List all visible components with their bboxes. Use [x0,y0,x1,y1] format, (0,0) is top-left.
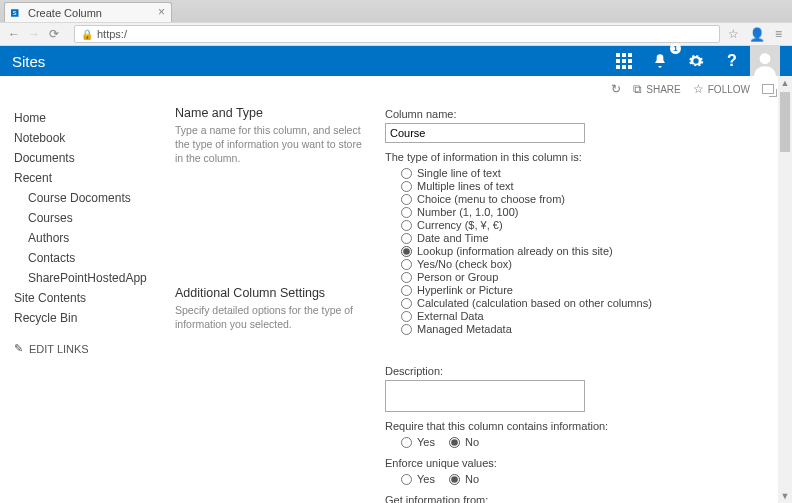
description-input[interactable] [385,380,585,412]
forward-button[interactable]: → [26,27,42,41]
column-type-option[interactable]: Person or Group [401,271,772,283]
scroll-thumb[interactable] [780,92,790,152]
nav-link[interactable]: Home [14,108,175,128]
gear-icon [688,53,704,69]
main-content: HomeNotebookDocuments Recent Course Doco… [0,102,792,503]
svg-point-2 [760,53,771,64]
column-type-option[interactable]: Number (1, 1.0, 100) [401,206,772,218]
avatar-icon [752,50,778,76]
edit-links-label: EDIT LINKS [29,343,89,355]
share-label: SHARE [646,84,680,95]
share-icon: ⧉ [633,82,642,96]
focus-content-button[interactable] [762,84,774,94]
nav-recent-link[interactable]: Authors [28,228,175,248]
scroll-up-arrow[interactable]: ▲ [778,76,792,90]
user-avatar[interactable] [750,46,780,76]
scroll-down-arrow[interactable]: ▼ [778,489,792,503]
page-actions-bar: ↻ ⧉SHARE ☆FOLLOW [0,76,792,102]
reload-button[interactable]: ⟳ [46,27,62,41]
section-descriptions-column: Name and Type Type a name for this colum… [175,106,385,503]
require-no[interactable]: No [449,436,479,448]
column-name-input[interactable] [385,123,585,143]
column-type-option[interactable]: Yes/No (check box) [401,258,772,270]
column-type-option[interactable]: External Data [401,310,772,322]
lock-icon: 🔒 [81,29,93,40]
column-type-option[interactable]: Multiple lines of text [401,180,772,192]
suite-title: Sites [12,53,45,70]
nav-recent-link[interactable]: Courses [28,208,175,228]
description-label: Description: [385,365,772,377]
share-button[interactable]: ⧉SHARE [633,82,680,96]
additional-settings-desc: Specify detailed options for the type of… [175,303,367,331]
help-button[interactable]: ? [714,46,750,76]
sync-icon[interactable]: ↻ [611,82,621,96]
user-icon[interactable]: 👤 [749,27,765,42]
follow-label: FOLLOW [708,84,750,95]
sharepoint-favicon: S [11,7,23,19]
column-type-option[interactable]: Single line of text [401,167,772,179]
menu-icon[interactable]: ≡ [775,27,782,41]
form-area: Name and Type Type a name for this colum… [175,102,792,503]
nav-recent-link[interactable]: Contacts [28,248,175,268]
svg-text:S: S [13,10,17,16]
help-icon: ? [727,52,737,70]
bell-icon [652,53,668,69]
bookmark-icon[interactable]: ☆ [728,27,739,41]
nav-link[interactable]: Notebook [14,128,175,148]
form-fields-column: Column name: The type of information in … [385,106,782,503]
nav-site-contents[interactable]: Site Contents [14,288,175,308]
settings-button[interactable] [678,46,714,76]
column-type-radio-group: Single line of textMultiple lines of tex… [401,167,772,335]
column-type-option[interactable]: Currency ($, ¥, €) [401,219,772,231]
column-type-label: The type of information in this column i… [385,151,772,163]
name-and-type-heading: Name and Type [175,106,367,120]
nav-recycle-bin[interactable]: Recycle Bin [14,308,175,328]
edit-links-button[interactable]: ✎ EDIT LINKS [14,342,175,355]
column-type-option[interactable]: Choice (menu to choose from) [401,193,772,205]
close-tab-icon[interactable]: × [158,5,165,19]
app-launcher-button[interactable] [606,46,642,76]
waffle-icon [616,53,632,69]
focus-icon [762,84,774,94]
require-label: Require that this column contains inform… [385,420,772,432]
column-name-label: Column name: [385,108,772,120]
require-yes[interactable]: Yes [401,436,435,448]
enforce-label: Enforce unique values: [385,457,772,469]
url-text: https:/ [97,28,127,40]
notifications-button[interactable]: 1 [642,46,678,76]
browser-tab[interactable]: S Create Column × [4,2,172,22]
url-field[interactable]: 🔒 https:/ [74,25,720,43]
name-and-type-desc: Type a name for this column, and select … [175,123,367,166]
nav-recent-link[interactable]: Course Docoments [28,188,175,208]
enforce-radio-group: Yes No [401,472,772,486]
column-type-option[interactable]: Date and Time [401,232,772,244]
left-nav: HomeNotebookDocuments Recent Course Doco… [0,102,175,503]
get-info-label: Get information from: [385,494,772,503]
pencil-icon: ✎ [14,342,23,355]
column-type-option[interactable]: Lookup (information already on this site… [401,245,772,257]
nav-recent-heading: Recent [14,168,175,188]
column-type-option[interactable]: Managed Metadata [401,323,772,335]
back-button[interactable]: ← [6,27,22,41]
column-type-option[interactable]: Calculated (calculation based on other c… [401,297,772,309]
nav-link[interactable]: Documents [14,148,175,168]
enforce-yes[interactable]: Yes [401,473,435,485]
suite-bar: Sites 1 ? [0,46,792,76]
require-radio-group: Yes No [401,435,772,449]
follow-button[interactable]: ☆FOLLOW [693,82,750,96]
star-icon: ☆ [693,82,704,96]
additional-settings-heading: Additional Column Settings [175,286,367,300]
browser-tab-bar: S Create Column × [0,0,792,22]
column-type-option[interactable]: Hyperlink or Picture [401,284,772,296]
enforce-no[interactable]: No [449,473,479,485]
notification-badge: 1 [670,43,681,54]
page-scrollbar[interactable]: ▲ ▼ [778,76,792,503]
nav-recent-link[interactable]: SharePointHostedApp [28,268,175,288]
tab-title: Create Column [28,7,102,19]
